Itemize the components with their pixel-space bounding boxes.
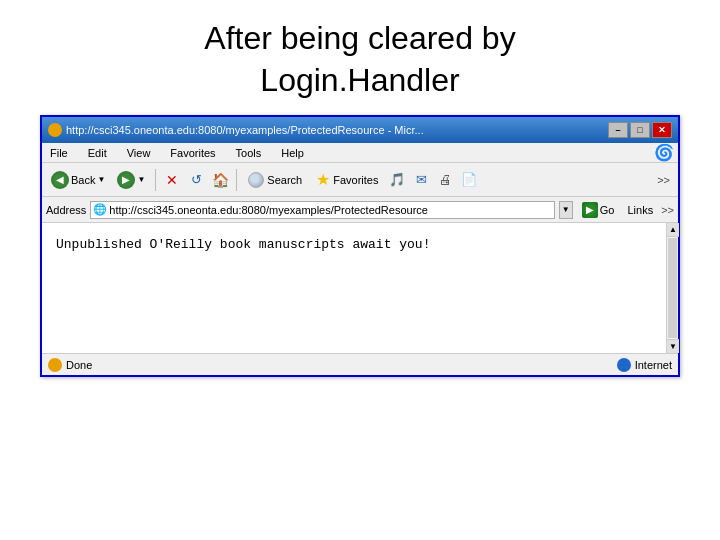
menu-tools[interactable]: Tools	[232, 146, 266, 160]
close-button[interactable]: ✕	[652, 122, 672, 138]
menu-bar: File Edit View Favorites Tools Help 🌀	[42, 143, 678, 163]
home-button[interactable]: 🏠	[209, 169, 231, 191]
menu-edit[interactable]: Edit	[84, 146, 111, 160]
scrollbar: ▲ ▼	[666, 223, 678, 353]
status-icon	[48, 358, 62, 372]
menu-view[interactable]: View	[123, 146, 155, 160]
menu-bar-icon: 🌀	[654, 143, 674, 162]
content-area: Unpublished O'Reilly book manuscripts aw…	[42, 223, 678, 353]
back-label: Back	[71, 174, 95, 186]
go-label: Go	[600, 204, 615, 216]
links-label[interactable]: Links	[623, 203, 657, 217]
content-wrapper: Unpublished O'Reilly book manuscripts aw…	[42, 223, 678, 353]
mail-button[interactable]: ✉	[410, 169, 432, 191]
search-button[interactable]: Search	[242, 169, 308, 191]
forward-dropdown-icon[interactable]: ▼	[137, 175, 145, 184]
search-icon	[248, 172, 264, 188]
internet-icon	[617, 358, 631, 372]
content-text: Unpublished O'Reilly book manuscripts aw…	[56, 237, 430, 252]
slide-title: After being cleared by Login.Handler	[164, 0, 555, 115]
back-button[interactable]: ◀ Back ▼	[46, 168, 110, 192]
favorites-button[interactable]: ★ Favorites	[310, 167, 384, 192]
toolbar-separator-1	[155, 169, 156, 191]
toolbar-more[interactable]: >>	[653, 172, 674, 188]
print-button[interactable]: 🖨	[434, 169, 456, 191]
star-icon: ★	[316, 170, 330, 189]
back-dropdown-icon[interactable]: ▼	[97, 175, 105, 184]
minimize-button[interactable]: –	[608, 122, 628, 138]
status-right: Internet	[617, 358, 672, 372]
zone-label: Internet	[635, 359, 672, 371]
address-label: Address	[46, 204, 86, 216]
toolbar-separator-2	[236, 169, 237, 191]
scroll-down-button[interactable]: ▼	[667, 339, 679, 353]
media-button[interactable]: 🎵	[386, 169, 408, 191]
status-bar: Done Internet	[42, 353, 678, 375]
menu-favorites[interactable]: Favorites	[166, 146, 219, 160]
back-icon: ◀	[51, 171, 69, 189]
address-input[interactable]	[109, 204, 551, 216]
search-label: Search	[267, 174, 302, 186]
menu-file[interactable]: File	[46, 146, 72, 160]
status-done-label: Done	[66, 359, 92, 371]
toolbar: ◀ Back ▼ ▶ ▼ ✕ ↺ 🏠 Search ★ Favorites 🎵 …	[42, 163, 678, 197]
address-input-wrap: 🌐	[90, 201, 554, 219]
address-more[interactable]: >>	[661, 204, 674, 216]
scroll-thumb[interactable]	[668, 238, 677, 338]
scroll-up-button[interactable]: ▲	[667, 223, 679, 237]
forward-button[interactable]: ▶ ▼	[112, 168, 150, 192]
forward-icon: ▶	[117, 171, 135, 189]
title-bar-text: http://csci345.oneonta.edu:8080/myexampl…	[66, 124, 424, 136]
favorites-label: Favorites	[333, 174, 378, 186]
title-bar: http://csci345.oneonta.edu:8080/myexampl…	[42, 117, 678, 143]
address-dropdown-button[interactable]: ▼	[559, 201, 573, 219]
maximize-button[interactable]: □	[630, 122, 650, 138]
browser-window: http://csci345.oneonta.edu:8080/myexampl…	[40, 115, 680, 377]
stop-button[interactable]: ✕	[161, 169, 183, 191]
browser-icon	[48, 123, 62, 137]
edit-button[interactable]: 📄	[458, 169, 480, 191]
menu-help[interactable]: Help	[277, 146, 308, 160]
status-left: Done	[48, 358, 92, 372]
go-arrow-icon: ▶	[582, 202, 598, 218]
go-button[interactable]: ▶ Go	[577, 200, 620, 220]
address-bar: Address 🌐 ▼ ▶ Go Links >>	[42, 197, 678, 223]
address-security-icon: 🌐	[93, 203, 107, 216]
refresh-button[interactable]: ↺	[185, 169, 207, 191]
